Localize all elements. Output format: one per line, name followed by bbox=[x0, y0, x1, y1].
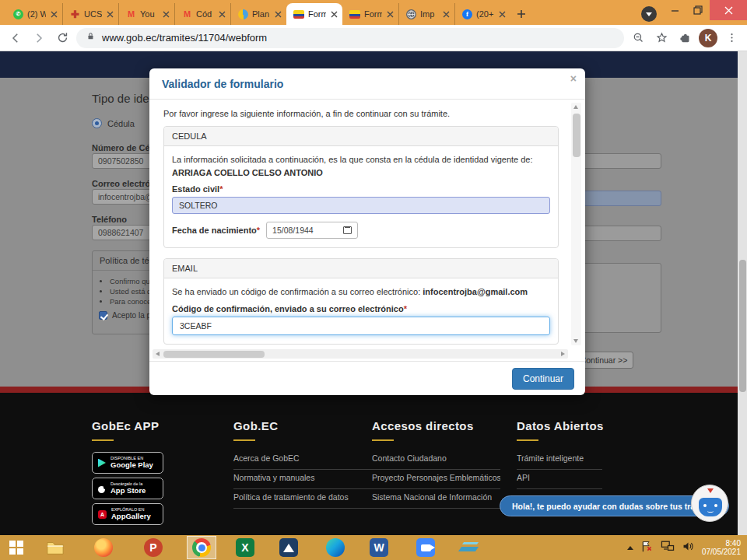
chrome-taskbar-active[interactable] bbox=[187, 536, 216, 559]
tab-close-icon[interactable] bbox=[274, 10, 282, 18]
tab-imp[interactable]: Imp bbox=[398, 3, 454, 25]
globe-icon bbox=[406, 9, 416, 19]
tray-expand-icon[interactable] bbox=[627, 546, 633, 550]
address-bar[interactable]: www.gob.ec/tramites/11704/webform bbox=[76, 28, 624, 48]
excel-icon[interactable]: X bbox=[235, 537, 255, 558]
word-icon[interactable]: W bbox=[369, 537, 389, 558]
reload-button[interactable] bbox=[53, 29, 72, 47]
volume-icon[interactable] bbox=[682, 540, 695, 556]
ecuador-flag-icon bbox=[349, 10, 360, 19]
security-flag-icon[interactable] bbox=[640, 540, 654, 556]
required-asterisk: * bbox=[219, 184, 223, 194]
windows-logo-icon bbox=[9, 541, 23, 555]
zoom-out-icon[interactable] bbox=[629, 29, 647, 47]
continuar-button[interactable]: Continuar bbox=[512, 368, 574, 390]
apple-icon bbox=[98, 485, 106, 493]
fecha-nacimiento-input[interactable]: 15/08/1944 bbox=[266, 222, 358, 239]
footer-link-tramite[interactable]: Trámite inteligente bbox=[517, 453, 602, 470]
robot-crest-icon bbox=[707, 488, 714, 493]
tab-close-icon[interactable] bbox=[330, 10, 338, 18]
footer-link-acerca[interactable]: Acerca de GobEC bbox=[233, 453, 374, 470]
scanner-icon[interactable] bbox=[459, 537, 479, 558]
minimize-button[interactable] bbox=[663, 0, 686, 20]
footer-link-proyecto[interactable]: Proyecto Personajes Emblemáticos bbox=[372, 473, 500, 489]
forward-button[interactable] bbox=[30, 29, 48, 47]
planner-icon bbox=[238, 9, 248, 19]
app-store-badge[interactable]: Descárgalo de la App Store bbox=[92, 478, 163, 499]
tab-close-icon[interactable] bbox=[498, 10, 506, 18]
scroll-down-arrow[interactable] bbox=[573, 339, 578, 343]
tab-ucs[interactable]: ✚ UCS bbox=[62, 3, 118, 25]
modal-vertical-scrollbar[interactable] bbox=[571, 103, 581, 345]
calendar-icon[interactable] bbox=[343, 226, 352, 234]
menu-kebab-icon[interactable] bbox=[722, 29, 741, 47]
tab-close-icon[interactable] bbox=[106, 10, 114, 18]
scroll-right-arrow[interactable] bbox=[561, 352, 565, 356]
badge-store-name: Google Play bbox=[110, 461, 153, 470]
firefox-icon[interactable] bbox=[93, 537, 114, 558]
footer-link-normativa[interactable]: Normativa y manuales bbox=[233, 473, 374, 489]
edge-icon[interactable] bbox=[325, 537, 345, 558]
profile-avatar[interactable]: K bbox=[699, 29, 717, 47]
url-text[interactable]: www.gob.ec/tramites/11704/webform bbox=[102, 32, 267, 44]
footer-link-contacto[interactable]: Contacto Ciudadano bbox=[372, 453, 500, 470]
chrome-icon bbox=[192, 538, 211, 557]
checkbox-checked-icon[interactable] bbox=[99, 311, 107, 320]
zoom-icon[interactable] bbox=[416, 537, 436, 558]
modal-footer: Continuar bbox=[149, 361, 585, 395]
extensions-puzzle-icon[interactable] bbox=[675, 29, 694, 47]
site-footer: GobEc APP Gob.EC Accesos directos Datos … bbox=[0, 393, 747, 535]
codigo-confirmacion-input[interactable]: 3CEABF bbox=[172, 317, 550, 335]
tab-label: You bbox=[140, 9, 158, 19]
tab-search-button[interactable] bbox=[641, 6, 657, 22]
tab-close-icon[interactable] bbox=[50, 10, 58, 18]
chatbot-robot-icon[interactable] bbox=[691, 485, 728, 522]
google-play-badge[interactable]: DISPONIBLE EN Google Play bbox=[92, 452, 163, 474]
scroll-left-arrow[interactable] bbox=[156, 352, 160, 356]
vertical-scroll-thumb[interactable] bbox=[573, 114, 580, 157]
taskbar-clock[interactable]: 8:40 07/05/2021 bbox=[702, 539, 741, 557]
camscanner-icon[interactable] bbox=[279, 537, 299, 558]
network-icon[interactable] bbox=[661, 540, 675, 555]
start-button[interactable] bbox=[6, 537, 26, 558]
tab-planner[interactable]: Plan bbox=[230, 3, 286, 25]
tab-whatsapp[interactable]: ✆ (2) W bbox=[6, 3, 62, 25]
tab-close-icon[interactable] bbox=[442, 10, 450, 18]
page-scrollbar-thumb[interactable] bbox=[739, 260, 746, 392]
radio-selected-icon[interactable] bbox=[92, 118, 102, 128]
tab-close-icon[interactable] bbox=[386, 10, 394, 18]
file-explorer-icon[interactable] bbox=[45, 537, 65, 558]
appgallery-badge[interactable]: A EXPLÓRALO EN AppGallery bbox=[92, 503, 163, 525]
page-scrollbar[interactable] bbox=[738, 51, 747, 535]
window-close-button[interactable] bbox=[710, 0, 747, 20]
tab-close-icon[interactable] bbox=[218, 10, 226, 18]
footer-link-sistema[interactable]: Sistema Nacional de Información bbox=[372, 492, 500, 509]
cedula-radio-row[interactable]: Cédula bbox=[92, 118, 135, 128]
new-tab-button[interactable] bbox=[510, 3, 532, 25]
tab-label: Form bbox=[308, 9, 326, 19]
modal-title: Validador de formulario bbox=[162, 78, 283, 90]
robot-smile bbox=[707, 509, 714, 513]
bookmark-star-icon[interactable] bbox=[652, 29, 671, 47]
footer-link-politica[interactable]: Política de tratamiento de datos bbox=[233, 492, 374, 509]
tab-form-active[interactable]: Form bbox=[286, 3, 342, 25]
lock-icon[interactable] bbox=[86, 30, 96, 45]
powerpoint-icon[interactable]: P bbox=[143, 537, 163, 558]
restore-button[interactable] bbox=[686, 0, 710, 20]
tab-gmail-2[interactable]: M Cód bbox=[174, 3, 230, 25]
horizontal-scroll-thumb[interactable] bbox=[163, 351, 265, 358]
tab-facebook[interactable]: f (20+ bbox=[454, 3, 510, 25]
robot-face bbox=[699, 498, 722, 516]
footer-link-api[interactable]: API bbox=[517, 473, 602, 489]
ecuador-flag-icon bbox=[293, 10, 304, 19]
modal-close-icon[interactable]: × bbox=[570, 73, 577, 84]
estado-civil-select[interactable]: SOLTERO bbox=[172, 197, 550, 214]
tab-form-2[interactable]: Form bbox=[342, 3, 398, 25]
tab-close-icon[interactable] bbox=[162, 10, 170, 18]
scroll-up-arrow[interactable] bbox=[573, 105, 578, 109]
tab-label: Plan bbox=[252, 9, 270, 19]
modal-horizontal-scrollbar[interactable] bbox=[153, 349, 568, 359]
clock-time: 8:40 bbox=[702, 539, 741, 548]
back-button[interactable] bbox=[6, 29, 25, 47]
tab-gmail-1[interactable]: M You bbox=[118, 3, 174, 25]
